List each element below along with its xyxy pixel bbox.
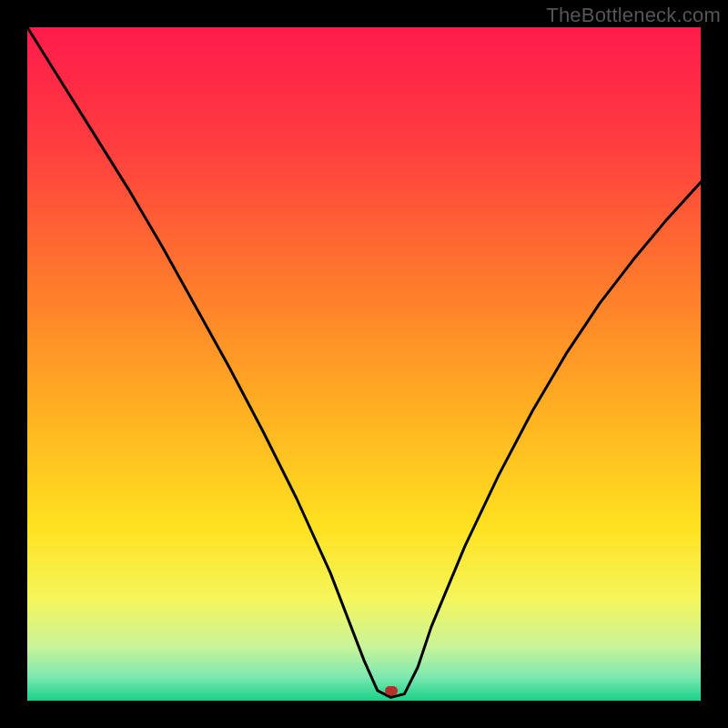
attribution-label: TheBottleneck.com bbox=[546, 4, 721, 27]
chart-container: TheBottleneck.com bbox=[0, 0, 728, 728]
bottleneck-curve-plot bbox=[27, 27, 701, 701]
optimal-point-marker bbox=[385, 686, 398, 695]
